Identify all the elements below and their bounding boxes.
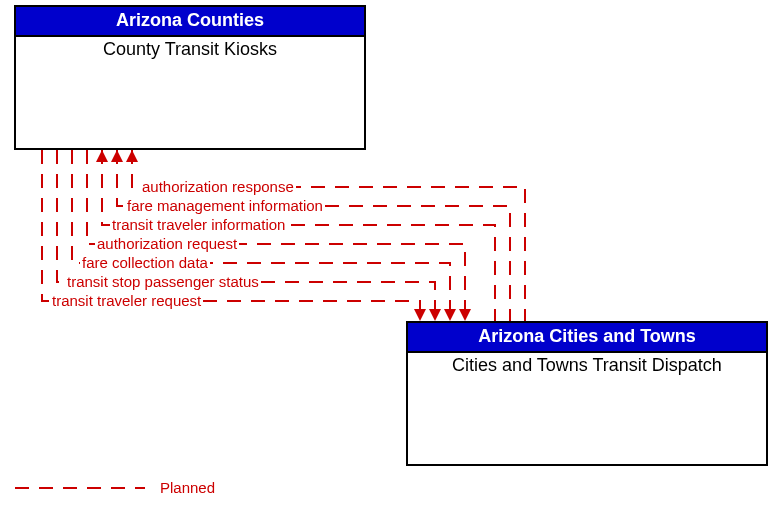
svg-marker-2 (96, 150, 108, 162)
flow-authorization-request: authorization request (95, 235, 239, 252)
entity-top-header: Arizona Counties (16, 7, 364, 37)
entity-bottom-header: Arizona Cities and Towns (408, 323, 766, 353)
flow-authorization-response: authorization response (140, 178, 296, 195)
svg-marker-3 (459, 309, 471, 321)
flow-fare-collection-data: fare collection data (80, 254, 210, 271)
legend-planned-label: Planned (160, 479, 215, 496)
svg-marker-6 (414, 309, 426, 321)
flow-transit-traveler-request: transit traveler request (50, 292, 203, 309)
flow-transit-traveler-information: transit traveler information (110, 216, 287, 233)
entity-cities-towns-transit-dispatch: Arizona Cities and Towns Cities and Town… (406, 321, 768, 466)
svg-marker-0 (126, 150, 138, 162)
svg-marker-5 (429, 309, 441, 321)
entity-top-title: County Transit Kiosks (16, 37, 364, 60)
flow-transit-stop-passenger-status: transit stop passenger status (65, 273, 261, 290)
entity-bottom-title: Cities and Towns Transit Dispatch (408, 353, 766, 376)
entity-county-transit-kiosks: Arizona Counties County Transit Kiosks (14, 5, 366, 150)
flow-fare-management-information: fare management information (125, 197, 325, 214)
svg-marker-1 (111, 150, 123, 162)
svg-marker-4 (444, 309, 456, 321)
